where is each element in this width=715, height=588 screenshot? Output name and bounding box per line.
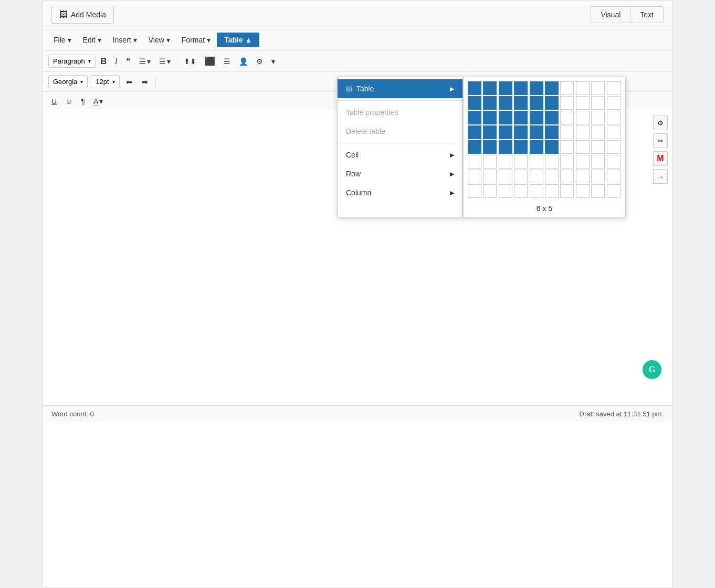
- text-tab[interactable]: Text: [630, 6, 664, 23]
- lines-button[interactable]: ☰: [220, 55, 234, 68]
- file-menu[interactable]: File ▾: [48, 33, 77, 47]
- grid-cell[interactable]: [560, 125, 574, 139]
- grid-cell[interactable]: [483, 111, 497, 124]
- align-left-button[interactable]: ⬅: [123, 76, 135, 88]
- paragraph-select[interactable]: Paragraph ▾: [48, 55, 96, 68]
- grid-cell[interactable]: [560, 111, 574, 124]
- underline-button[interactable]: U: [48, 95, 60, 108]
- grid-cell[interactable]: [545, 96, 559, 110]
- grid-cell[interactable]: [468, 155, 481, 169]
- grid-cell[interactable]: [514, 125, 528, 139]
- grid-cell[interactable]: [468, 140, 481, 154]
- grid-cell[interactable]: [576, 125, 590, 139]
- grid-cell[interactable]: [576, 111, 590, 124]
- grid-cell[interactable]: [530, 125, 543, 139]
- grid-cell[interactable]: [499, 170, 512, 183]
- grid-cell[interactable]: [607, 155, 621, 169]
- grid-cell[interactable]: [483, 184, 497, 198]
- blockquote-button[interactable]: ❝: [123, 54, 134, 68]
- grid-cell[interactable]: [499, 155, 512, 169]
- column-menu-item[interactable]: Column ▶: [338, 183, 462, 202]
- visual-tab[interactable]: Visual: [591, 6, 630, 23]
- grid-cell[interactable]: [576, 184, 590, 198]
- table-grid-picker[interactable]: 6 x 5: [463, 77, 626, 217]
- grid-cell[interactable]: [576, 170, 590, 183]
- grid-cell[interactable]: [607, 140, 621, 154]
- emoji-button[interactable]: ☺: [62, 95, 76, 108]
- grid-cell[interactable]: [576, 155, 590, 169]
- grid-cell[interactable]: [530, 96, 543, 110]
- grid-cell[interactable]: [483, 125, 497, 139]
- grid-cell[interactable]: [545, 184, 559, 198]
- side-tool-pen[interactable]: ✏: [653, 133, 668, 148]
- grid-cell[interactable]: [591, 125, 605, 139]
- more-button[interactable]: ▾: [268, 55, 278, 68]
- grid-cell[interactable]: [530, 81, 543, 95]
- grid-cell[interactable]: [560, 140, 574, 154]
- grid-cell[interactable]: [514, 140, 528, 154]
- grid-cell[interactable]: [591, 81, 605, 95]
- grid-cell[interactable]: [591, 140, 605, 154]
- align-right-button[interactable]: ➡: [139, 76, 151, 88]
- grid-cell[interactable]: [607, 111, 621, 124]
- move-icon-button[interactable]: ⬆⬇: [181, 55, 199, 68]
- format-menu[interactable]: Format ▾: [176, 33, 216, 47]
- grid-cell[interactable]: [468, 184, 481, 198]
- grid-cell[interactable]: [514, 111, 528, 124]
- table-menu[interactable]: Table ▲: [217, 33, 259, 47]
- grid-cell[interactable]: [591, 111, 605, 124]
- grid-cell[interactable]: [545, 125, 559, 139]
- add-media-button[interactable]: 🖼 Add Media: [51, 6, 114, 24]
- grid-cell[interactable]: [560, 81, 574, 95]
- grid-cell[interactable]: [530, 155, 543, 169]
- grid-cell[interactable]: [591, 96, 605, 110]
- insert-menu[interactable]: Insert ▾: [108, 33, 142, 47]
- grid-cell[interactable]: [514, 81, 528, 95]
- grid-cell[interactable]: [483, 170, 497, 183]
- grid-cell[interactable]: [576, 96, 590, 110]
- grid-cell[interactable]: [468, 170, 481, 183]
- paragraph-mark-button[interactable]: ¶: [78, 95, 88, 108]
- grid-cell[interactable]: [560, 184, 574, 198]
- grid-cell[interactable]: [499, 184, 512, 198]
- person-button[interactable]: 👤: [236, 55, 251, 68]
- grid-cell[interactable]: [499, 111, 512, 124]
- unordered-list-button[interactable]: ☰ ▾: [136, 55, 154, 68]
- view-menu[interactable]: View ▾: [143, 33, 175, 47]
- table-menu-item[interactable]: ⊞ Table ▶: [338, 79, 462, 98]
- grid-cell[interactable]: [591, 170, 605, 183]
- side-tool-marker[interactable]: M: [653, 151, 668, 166]
- grid-cell[interactable]: [591, 184, 605, 198]
- side-tool-settings[interactable]: ⚙: [653, 116, 668, 130]
- font-select[interactable]: Georgia ▾: [48, 75, 88, 88]
- grid-cell[interactable]: [545, 111, 559, 124]
- grid-cell[interactable]: [514, 155, 528, 169]
- grid-cell[interactable]: [560, 170, 574, 183]
- grid-cell[interactable]: [607, 81, 621, 95]
- grid-cell[interactable]: [468, 111, 481, 124]
- grid-cell[interactable]: [499, 140, 512, 154]
- italic-button[interactable]: I: [112, 55, 120, 68]
- color-blocks-button[interactable]: ⬛: [202, 54, 218, 68]
- grid-cell[interactable]: [483, 81, 497, 95]
- grid-cell[interactable]: [530, 140, 543, 154]
- grid-cell[interactable]: [483, 140, 497, 154]
- grid-cell[interactable]: [545, 140, 559, 154]
- grid-cell[interactable]: [499, 125, 512, 139]
- grid-cell[interactable]: [607, 96, 621, 110]
- grid-cell[interactable]: [545, 81, 559, 95]
- grid-cell[interactable]: [468, 125, 481, 139]
- grid-cell[interactable]: [530, 111, 543, 124]
- grid-cell[interactable]: [607, 170, 621, 183]
- grid-cell[interactable]: [499, 81, 512, 95]
- settings-button[interactable]: ⚙: [253, 55, 266, 68]
- grid-cell[interactable]: [483, 96, 497, 110]
- side-tool-arrow[interactable]: →: [653, 169, 668, 184]
- bold-button[interactable]: B: [98, 55, 110, 68]
- grid-cell[interactable]: [576, 140, 590, 154]
- grid-cell[interactable]: [468, 81, 481, 95]
- grid-cell[interactable]: [468, 96, 481, 110]
- grid-cell[interactable]: [530, 170, 543, 183]
- grid-cell[interactable]: [545, 170, 559, 183]
- edit-menu[interactable]: Edit ▾: [78, 33, 107, 47]
